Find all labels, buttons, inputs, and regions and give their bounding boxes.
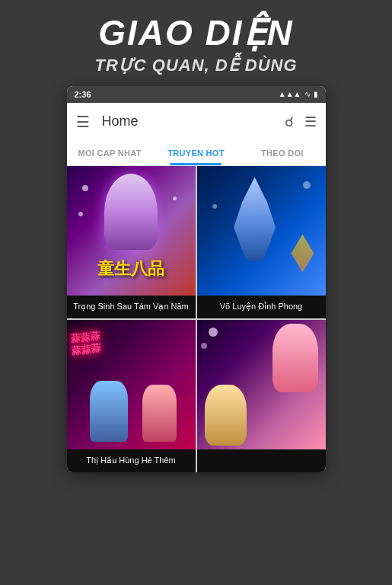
manga-title-1: Trọng Sinh Sau Tám Vạn Năm [67, 296, 196, 318]
battery-icon: ▮ [314, 90, 318, 98]
status-icons: ▲▲▲ ∿ ▮ [279, 90, 318, 98]
app-bar: ☰ Home ☌ ☰ [67, 103, 326, 141]
manga-card-1[interactable]: Trọng Sinh Sau Tám Vạn Năm [67, 166, 196, 318]
hamburger-icon[interactable]: ☰ [76, 113, 90, 131]
status-time: 2:36 [75, 90, 91, 99]
tab-truyen-hot[interactable]: TRUYEN HOT [153, 141, 239, 165]
manga-card-4[interactable] [197, 320, 326, 472]
manga-cover-4 [197, 320, 326, 449]
app-bar-title: Home [102, 113, 285, 129]
app-bar-actions: ☌ ☰ [285, 113, 317, 130]
hero-title: GIAO DIỆN [0, 14, 392, 53]
manga-cover-2 [197, 166, 326, 296]
neon-text: 蒜蒜蒜蒜蒜蒜 [69, 330, 101, 356]
manga-title-4 [197, 449, 326, 472]
manga-title-3: Thị Hầu Hùng Hé Thêm [67, 449, 196, 472]
hero-subtitle: TRỰC QUAN, DỄ DÙNG [0, 56, 392, 75]
manga-card-2[interactable]: Võ Luyện Đỉnh Phong [197, 166, 326, 318]
tab-theo-doi[interactable]: THEO DOI [239, 141, 325, 165]
search-icon[interactable]: ☌ [285, 113, 294, 130]
phone-frame: 2:36 ▲▲▲ ∿ ▮ ☰ Home ☌ ☰ MOI CAP NHAT TRU… [67, 86, 326, 472]
tab-bar: MOI CAP NHAT TRUYEN HOT THEO DOI [67, 141, 326, 166]
manga-title-2: Võ Luyện Đỉnh Phong [197, 296, 326, 318]
status-bar: 2:36 ▲▲▲ ∿ ▮ [67, 86, 326, 103]
manga-cover-1 [67, 166, 196, 296]
wifi-icon: ∿ [304, 90, 311, 98]
tab-moi-cap-nhat[interactable]: MOI CAP NHAT [67, 141, 153, 165]
manga-card-3[interactable]: 蒜蒜蒜蒜蒜蒜 Thị Hầu Hùng Hé Thêm [67, 320, 196, 472]
manga-cover-3: 蒜蒜蒜蒜蒜蒜 [67, 320, 196, 449]
filter-icon[interactable]: ☰ [304, 113, 317, 130]
manga-grid: Trọng Sinh Sau Tám Vạn Năm Võ Luyện Đỉnh… [67, 166, 326, 472]
signal-icon: ▲▲▲ [279, 90, 301, 98]
hero-section: GIAO DIỆN TRỰC QUAN, DỄ DÙNG [0, 0, 392, 86]
